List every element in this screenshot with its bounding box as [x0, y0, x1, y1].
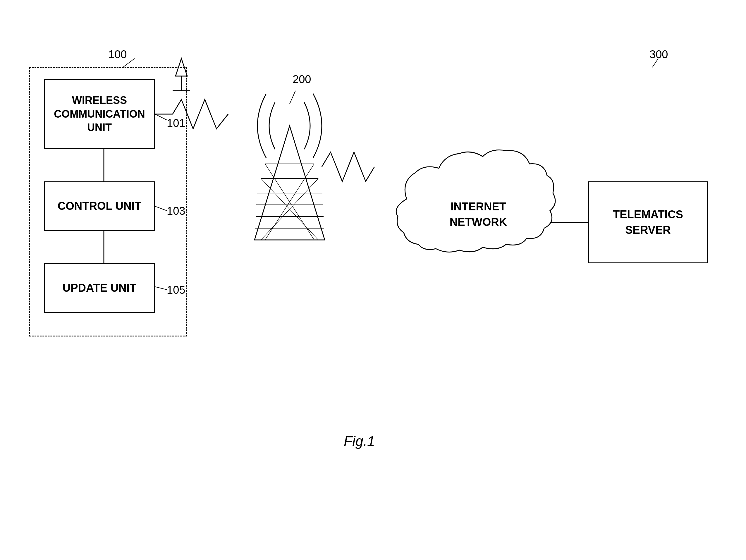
- ref-100-label: 100: [108, 48, 127, 61]
- svg-line-24: [290, 91, 295, 104]
- internet-network-label: INTERNET NETWORK: [415, 199, 541, 230]
- svg-line-14: [265, 164, 314, 240]
- control-unit-box: CONTROL UNIT: [44, 181, 155, 231]
- svg-line-15: [261, 178, 318, 240]
- ref-105-label: 105: [167, 284, 185, 297]
- wireless-unit-box: WIRELESS COMMUNICATION UNIT: [44, 79, 155, 149]
- update-unit-label: UPDATE UNIT: [63, 281, 137, 295]
- svg-line-13: [265, 164, 314, 240]
- ref-200-label: 200: [292, 73, 311, 86]
- svg-line-12: [290, 126, 325, 240]
- telematics-server-box: TELEMATICS SERVER: [588, 181, 708, 263]
- ref-103-label: 103: [167, 205, 185, 217]
- control-unit-label: CONTROL UNIT: [58, 199, 141, 213]
- ref-300-label: 300: [650, 48, 668, 61]
- figure-label: Fig.1: [344, 433, 375, 449]
- svg-line-16: [261, 178, 318, 240]
- svg-line-11: [255, 126, 290, 240]
- update-unit-box: UPDATE UNIT: [44, 263, 155, 313]
- telematics-server-label: TELEMATICS SERVER: [589, 207, 707, 238]
- svg-marker-4: [255, 126, 325, 240]
- ref-101-label: 101: [167, 117, 185, 130]
- diagram: 100 WIRELESS COMMUNICATION UNIT 101 CONT…: [0, 0, 746, 560]
- wireless-unit-label: WIRELESS COMMUNICATION UNIT: [54, 94, 145, 135]
